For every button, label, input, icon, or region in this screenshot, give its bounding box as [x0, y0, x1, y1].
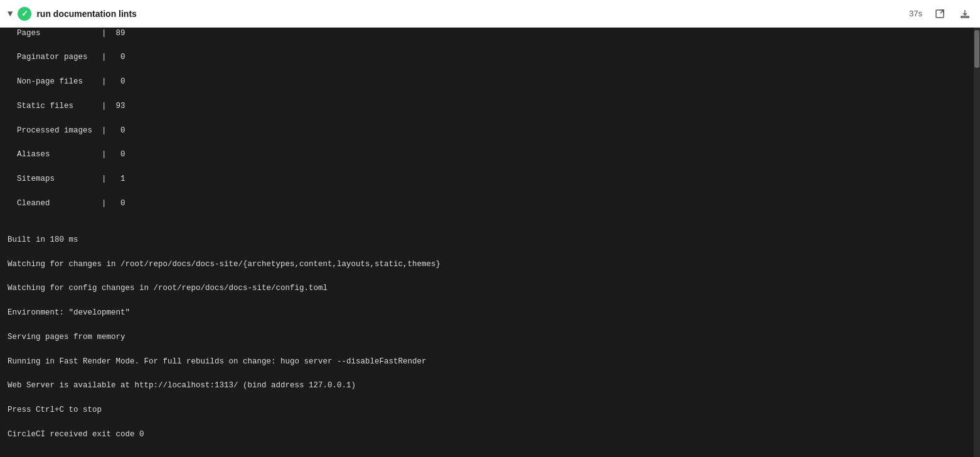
terminal-line: Watching for changes in /root/repo/docs/… [8, 259, 966, 271]
terminal-line: Press Ctrl+C to stop [8, 404, 966, 416]
terminal-line: Serving pages from memory [8, 331, 966, 343]
terminal-line: Pages | 89 [8, 28, 966, 40]
job-title: run documentation lints [36, 9, 136, 19]
chevron-icon[interactable]: ▼ [8, 9, 13, 19]
terminal-line: Environment: "development" [8, 307, 966, 319]
scrollbar-thumb [974, 30, 979, 68]
terminal-line: Processed images | 0 [8, 125, 966, 137]
terminal-line: Built in 180 ms [8, 234, 966, 246]
header-bar: ▼ run documentation lints 37s [0, 0, 980, 28]
expand-button[interactable] [932, 8, 947, 20]
header-left: ▼ run documentation lints [8, 7, 137, 21]
terminal-line: CircleCI received exit code 0 [8, 429, 966, 441]
terminal-container: go/test/zerodivide.go % Total % Received… [0, 28, 980, 457]
vertical-scrollbar[interactable] [974, 28, 980, 457]
terminal-line: Non-page files | 0 [8, 76, 966, 88]
status-icon [18, 7, 31, 21]
terminal-output[interactable]: go/test/zerodivide.go % Total % Received… [0, 28, 974, 457]
terminal-line: Static files | 93 [8, 100, 966, 112]
terminal-line: Running in Fast Render Mode. For full re… [8, 356, 966, 368]
terminal-line: Paginator pages | 0 [8, 51, 966, 63]
terminal-line: Web Server is available at http://localh… [8, 380, 966, 392]
header-right: 37s [909, 8, 972, 20]
timer-display: 37s [909, 9, 922, 18]
terminal-line: Aliases | 0 [8, 149, 966, 161]
terminal-line: Sitemaps | 1 [8, 173, 966, 185]
download-button[interactable] [957, 8, 972, 20]
terminal-line: Cleaned | 0 [8, 198, 966, 210]
terminal-line: Watching for config changes in /root/rep… [8, 282, 966, 294]
